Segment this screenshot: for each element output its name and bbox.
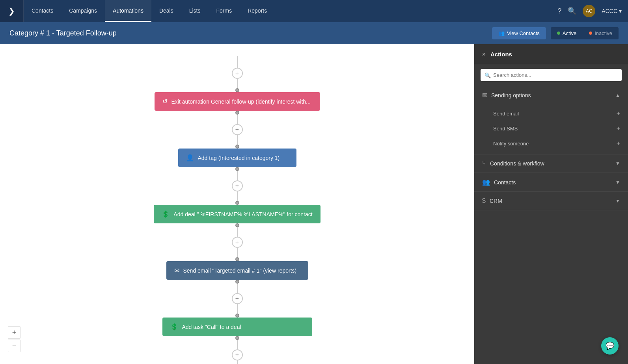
nav-item-automations[interactable]: Automations [105,0,151,22]
active-toggle-button[interactable]: Active [551,27,583,39]
sending-options-section-label: Sending options [491,92,531,98]
sidebar-section-sending-options: ✉Sending options▲Send email+Send SMS+Not… [474,86,628,154]
dot-8 [235,314,239,318]
sidebar-search-area: 🔍 [474,64,628,86]
search-icon[interactable]: 🔍 [568,7,576,15]
dot-0 [235,88,239,92]
connector-5 [237,227,238,237]
sidebar-section-header-crm[interactable]: $CRM▼ [474,192,628,210]
nav-item-forms[interactable]: Forms [209,0,240,22]
sidebar-sections: ✉Sending options▲Send email+Send SMS+Not… [474,86,628,210]
conditions-workflow-section-icon: ⑂ [482,160,486,167]
node-send-email[interactable]: ✉ Send email "Targeted email # 1" (view … [166,261,308,280]
dot-9 [235,336,239,340]
exit-node-label: Exit automation General follow-up (ident… [171,98,311,105]
help-icon[interactable]: ? [557,7,561,15]
subheader-right: 👥 View Contacts Active Inactive [492,27,619,39]
sidebar-title: Actions [490,51,512,58]
active-dot [557,32,560,35]
node-add-tag[interactable]: 👤 Add tag (Interested in category 1) [178,149,296,167]
main-layout: + ↺ Exit automation General follow-up (i… [0,44,628,364]
notify-someone-opt-plus-icon[interactable]: + [617,140,620,147]
chat-button[interactable]: 💬 [601,337,619,355]
account-menu[interactable]: ACCC ▾ [602,8,622,14]
dot-7 [235,280,239,284]
contacts-icon: 👥 [498,30,505,36]
dot-6 [235,257,239,261]
sidebar-item-send-sms-opt[interactable]: Send SMS+ [474,121,628,136]
contacts-chevron-icon: ▼ [615,180,620,185]
flow-container: + ↺ Exit automation General follow-up (i… [0,52,474,364]
sidebar-section-header-sending-options[interactable]: ✉Sending options▲ [474,86,628,104]
search-icon: 🔍 [485,72,491,78]
connector-2 [237,135,238,145]
node-add-deal[interactable]: 💲 Add deal " %FIRSTNAME% %LASTNAME%" for… [154,205,320,223]
page-title: Category # 1 - Targeted Follow-up [9,29,492,37]
top-navigation: ❯ ContactsCampaignsAutomationsDealsLists… [0,0,628,22]
connector-3 [237,171,238,180]
zoom-in-button[interactable]: + [8,326,20,339]
nav-item-contacts[interactable]: Contacts [24,0,61,22]
zoom-out-button[interactable]: − [8,340,20,352]
logo-button[interactable]: ❯ [0,0,24,22]
connector-4 [237,191,238,201]
contacts-section-label: Contacts [494,179,516,186]
dot-1 [235,111,239,115]
nav-right: ? 🔍 AC ACCC ▾ [557,5,628,17]
node-add-task[interactable]: 💲 Add task "Call" to a deal [162,318,312,336]
nav-items: ContactsCampaignsAutomationsDealsListsFo… [24,0,557,22]
add-tag-node-icon: 👤 [186,154,194,162]
add-button-1[interactable]: + [232,124,243,135]
sidebar-section-header-contacts[interactable]: 👥Contacts▼ [474,173,628,191]
inactive-toggle-button[interactable]: Inactive [583,27,619,39]
connector-1 [237,115,238,124]
add-deal-node-label: Add deal " %FIRSTNAME% %LASTNAME%" for c… [173,211,312,217]
dot-4 [235,201,239,205]
connector-0 [237,79,238,88]
status-toggle-group: Active Inactive [551,27,619,39]
nav-item-reports[interactable]: Reports [240,0,275,22]
add-deal-node-icon: 💲 [162,210,170,218]
subheader: Category # 1 - Targeted Follow-up 👥 View… [0,22,628,44]
add-button-0[interactable]: + [232,68,243,79]
sidebar-section-crm: $CRM▼ [474,192,628,210]
add-task-node-icon: 💲 [170,323,178,331]
crm-section-icon: $ [482,197,486,204]
node-exit[interactable]: ↺ Exit automation General follow-up (ide… [155,92,320,111]
nav-item-deals[interactable]: Deals [151,0,181,22]
send-sms-opt-plus-icon[interactable]: + [617,125,620,132]
send-sms-opt-label: Send SMS [493,126,518,132]
sidebar-section-conditions-workflow: ⑂Conditions & workflow▼ [474,154,628,173]
contacts-section-icon: 👥 [482,178,490,186]
crm-section-label: CRM [490,198,502,204]
sending-options-chevron-icon: ▲ [615,93,620,98]
sidebar-section-header-conditions-workflow[interactable]: ⑂Conditions & workflow▼ [474,154,628,173]
connector-6 [237,248,238,257]
sidebar-header: » Actions [474,44,628,64]
conditions-workflow-chevron-icon: ▼ [615,161,620,166]
notify-someone-opt-label: Notify someone [493,141,529,147]
sidebar-collapse-button[interactable]: » [482,50,486,58]
nav-item-campaigns[interactable]: Campaigns [61,0,105,22]
sidebar-item-send-email-opt[interactable]: Send email+ [474,106,628,121]
avatar[interactable]: AC [583,5,595,17]
add-button-4[interactable]: + [232,293,243,304]
dot-2 [235,145,239,149]
send-email-opt-plus-icon[interactable]: + [617,110,620,117]
nav-item-lists[interactable]: Lists [181,0,209,22]
automation-canvas[interactable]: + ↺ Exit automation General follow-up (i… [0,44,474,364]
search-input[interactable] [481,69,622,81]
add-button-3[interactable]: + [232,237,243,248]
conditions-workflow-section-label: Conditions & workflow [490,160,544,167]
zoom-controls: + − [8,326,20,352]
add-tag-node-label: Add tag (Interested in category 1) [198,155,280,161]
add-button-2[interactable]: + [232,180,243,191]
inactive-dot [589,32,592,35]
dot-5 [235,223,239,227]
sidebar-section-contacts: 👥Contacts▼ [474,173,628,192]
connector-10 [237,360,238,364]
sidebar-item-notify-someone-opt[interactable]: Notify someone+ [474,136,628,151]
view-contacts-button[interactable]: 👥 View Contacts [492,27,546,39]
add-button-5[interactable]: + [232,349,243,360]
chevron-down-icon: ▾ [619,8,622,14]
